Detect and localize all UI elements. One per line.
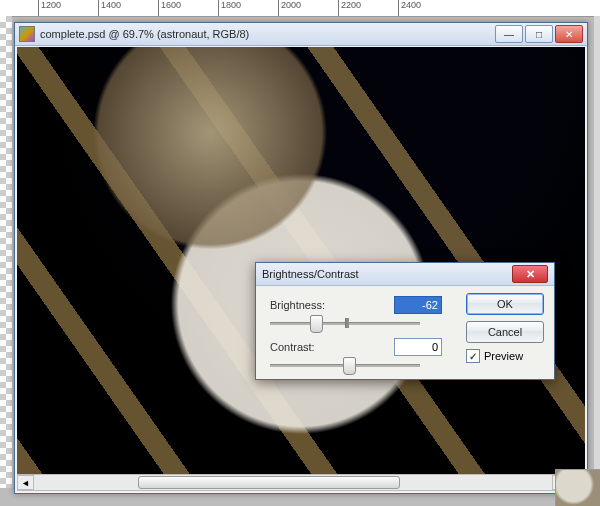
document-canvas[interactable] — [17, 47, 585, 475]
preview-label: Preview — [484, 350, 523, 362]
scroll-thumb[interactable] — [138, 476, 400, 489]
adjacent-document-thumbnail — [555, 469, 600, 506]
slider-center-tick — [345, 318, 349, 328]
contrast-slider[interactable] — [270, 357, 420, 373]
minimize-button[interactable]: — — [495, 25, 523, 43]
window-controls: — □ ✕ — [495, 25, 583, 43]
cancel-button[interactable]: Cancel — [466, 321, 544, 343]
document-titlebar[interactable]: complete.psd @ 69.7% (astronaut, RGB/8) … — [15, 23, 587, 46]
brightness-label: Brightness: — [270, 299, 334, 311]
ruler-tick: 2200 — [338, 0, 361, 16]
contrast-slider-thumb[interactable] — [343, 357, 356, 375]
document-icon — [19, 26, 35, 42]
close-button[interactable]: ✕ — [555, 25, 583, 43]
brightness-slider[interactable] — [270, 315, 420, 331]
brightness-slider-thumb[interactable] — [310, 315, 323, 333]
brightness-input[interactable]: -62 — [394, 296, 442, 314]
horizontal-ruler: 1200 1400 1600 1800 2000 2200 2400 — [0, 0, 600, 17]
dialog-button-column: OK Cancel ✓ Preview — [466, 293, 544, 363]
document-window: complete.psd @ 69.7% (astronaut, RGB/8) … — [14, 22, 588, 494]
transparency-checker — [0, 16, 12, 488]
preview-option[interactable]: ✓ Preview — [466, 349, 544, 363]
ruler-tick: 1800 — [218, 0, 241, 16]
document-title: complete.psd @ 69.7% (astronaut, RGB/8) — [40, 28, 495, 40]
ruler-tick: 2000 — [278, 0, 301, 16]
dialog-close-button[interactable]: ✕ — [512, 265, 548, 283]
dialog-title: Brightness/Contrast — [262, 268, 512, 280]
canvas-image — [17, 47, 585, 475]
workspace-right-edge — [594, 16, 600, 492]
contrast-label: Contrast: — [270, 341, 334, 353]
contrast-input[interactable]: 0 — [394, 338, 442, 356]
ok-button[interactable]: OK — [466, 293, 544, 315]
preview-checkbox[interactable]: ✓ — [466, 349, 480, 363]
ruler-tick: 2400 — [398, 0, 421, 16]
maximize-button[interactable]: □ — [525, 25, 553, 43]
dialog-body: Brightness: -62 Contrast: 0 OK — [256, 285, 554, 379]
ruler-tick: 1400 — [98, 0, 121, 16]
scroll-left-arrow-icon[interactable]: ◄ — [17, 475, 34, 490]
ruler-tick: 1200 — [38, 0, 61, 16]
horizontal-scrollbar[interactable]: ◄ ► — [17, 474, 569, 491]
brightness-contrast-dialog: Brightness/Contrast ✕ Brightness: -62 Co… — [255, 262, 555, 380]
workspace: 1200 1400 1600 1800 2000 2200 2400 compl… — [0, 0, 600, 506]
ruler-tick: 1600 — [158, 0, 181, 16]
dialog-titlebar[interactable]: Brightness/Contrast ✕ — [256, 263, 554, 286]
